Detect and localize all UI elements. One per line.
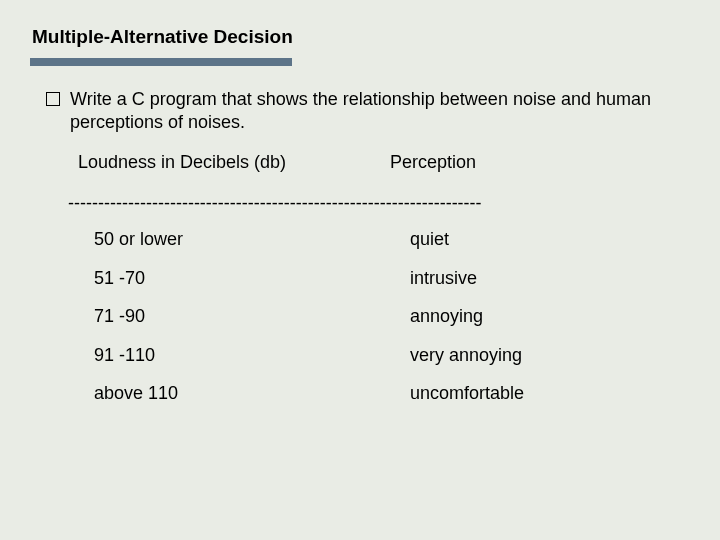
slide-title: Multiple-Alternative Decision (32, 26, 293, 48)
divider-line: ----------------------------------------… (68, 192, 680, 215)
column-headers: Loudness in Decibels (db) Perception (46, 151, 680, 174)
table-row: 50 or lower quiet (46, 228, 680, 251)
square-bullet-icon (46, 92, 60, 106)
table-row: 51 -70 intrusive (46, 267, 680, 290)
cell-range: 71 -90 (94, 305, 394, 328)
table-row: 91 -110 very annoying (46, 344, 680, 367)
header-perception: Perception (390, 151, 476, 174)
table-row: above 110 uncomfortable (46, 382, 680, 405)
header-loudness: Loudness in Decibels (db) (78, 151, 378, 174)
title-underline (30, 58, 292, 66)
cell-range: above 110 (94, 382, 394, 405)
slide: Multiple-Alternative Decision Write a C … (0, 0, 720, 540)
cell-perception: uncomfortable (410, 382, 524, 405)
cell-range: 51 -70 (94, 267, 394, 290)
cell-range: 91 -110 (94, 344, 394, 367)
cell-perception: intrusive (410, 267, 477, 290)
bullet-item: Write a C program that shows the relatio… (46, 88, 680, 133)
cell-perception: very annoying (410, 344, 522, 367)
cell-perception: annoying (410, 305, 483, 328)
bullet-text: Write a C program that shows the relatio… (70, 88, 680, 133)
table-row: 71 -90 annoying (46, 305, 680, 328)
cell-range: 50 or lower (94, 228, 394, 251)
slide-body: Write a C program that shows the relatio… (46, 88, 680, 421)
cell-perception: quiet (410, 228, 449, 251)
perception-table: 50 or lower quiet 51 -70 intrusive 71 -9… (46, 228, 680, 405)
